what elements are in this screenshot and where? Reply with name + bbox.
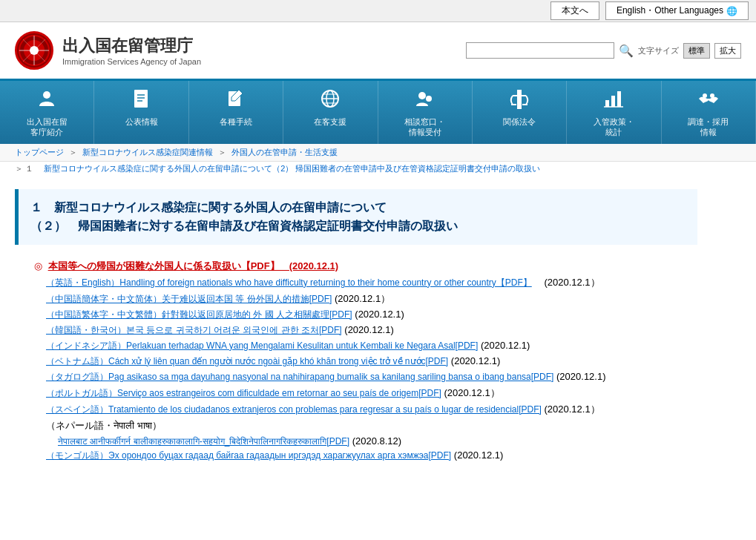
nav-label-toukei: 入管政策・統計 bbox=[594, 116, 634, 138]
link-item-es: （スペイン語）Tratamiento de los ciudadanos ext… bbox=[22, 403, 690, 416]
lang-label: English・Other Languages bbox=[617, 4, 723, 17]
edit-icon bbox=[226, 88, 246, 113]
svg-rect-20 bbox=[517, 90, 522, 109]
logo-area: 出入国在留管理庁 Immigration Services Agency of … bbox=[15, 31, 201, 70]
date-zh-t: (2020.12.1) bbox=[355, 309, 404, 320]
nav-label-tetsuzuki: 各種手続 bbox=[220, 116, 252, 127]
nav-wrapper: 出入国在留客庁紹介 公表情報 各種手続 bbox=[0, 81, 756, 144]
main-pdf-link[interactable]: 本国等への帰国が困難な外国人に係る取扱い【PDF】 (2020.12.1) bbox=[48, 260, 339, 271]
breadcrumb-sub: ＞ １ 新型コロナウイルス感染症に関する外国人の在留申請について（2） 帰国困難… bbox=[0, 162, 756, 177]
link-id[interactable]: （インドネシア語）Perlakuan terhadap WNA yang Men… bbox=[46, 340, 478, 351]
link-item-vi: （ベトナム語）Cách xử lý liên quan đến người nư… bbox=[22, 355, 690, 368]
link-zh-t[interactable]: （中国語繁体字・中文繁體）針對難以返回原居地的 外 國 人之相關處理[PDF] bbox=[46, 309, 352, 320]
nav-item-shien[interactable]: 在客支援 bbox=[283, 81, 378, 144]
svg-rect-8 bbox=[134, 90, 148, 108]
logo-emblem bbox=[15, 31, 53, 70]
bullet: ◎ bbox=[34, 260, 42, 271]
law-icon bbox=[509, 88, 530, 113]
page-title-line2: （２） 帰国困難者に対する在留申請及び在留資格認定証明書交付申請の取扱い bbox=[30, 220, 458, 232]
nav-label-soudan: 相談窓口・情報受付 bbox=[404, 116, 445, 138]
nav-label-kouhou: 公表情報 bbox=[125, 116, 158, 127]
breadcrumb-news[interactable]: 新型コロナウイルス感染症関連情報 bbox=[82, 148, 213, 157]
breadcrumb-sub-link[interactable]: 新型コロナウイルス感染症に関する外国人の在留申請について（2） 帰国困難者の在管… bbox=[44, 164, 540, 173]
main-link-item: ◎ 本国等への帰国が困難な外国人に係る取扱い【PDF】 (2020.12.1) bbox=[22, 260, 690, 273]
date-en: (2020.12.1） bbox=[534, 277, 599, 288]
stats-icon bbox=[603, 88, 624, 113]
link-item-ne-label: （ネパール語・नेपाली भाषा） bbox=[22, 419, 690, 432]
search-input[interactable] bbox=[466, 42, 614, 59]
date-es: (2020.12.1） bbox=[545, 404, 600, 415]
nav-label-intro: 出入国在留客庁紹介 bbox=[27, 116, 68, 138]
svg-point-18 bbox=[418, 92, 426, 99]
svg-rect-26 bbox=[617, 91, 621, 107]
sep1: ＞ bbox=[69, 148, 77, 157]
link-ko[interactable]: （韓国語・한국어）본국 등으로 귀국하기 어려운 외국인에 관한 조처[PDF] bbox=[46, 325, 342, 335]
link-es[interactable]: （スペイン語）Tratamiento de los ciudadanos ext… bbox=[46, 404, 542, 415]
date-pt: (2020.12.1） bbox=[444, 387, 500, 398]
date-vi: (2020.12.1) bbox=[451, 355, 501, 366]
link-tl[interactable]: （タガログ語）Pag asikaso sa mga dayuhang nasyo… bbox=[46, 372, 553, 382]
breadcrumb: トップページ ＞ 新型コロナウイルス感染症関連情報 ＞ 外国人の在管申請・生活支… bbox=[0, 144, 756, 162]
date-ko: (2020.12.1) bbox=[344, 324, 394, 335]
svg-point-19 bbox=[426, 96, 432, 102]
breadcrumb-top[interactable]: トップページ bbox=[15, 148, 64, 157]
nav-item-recruit[interactable]: 調達・採用情報 bbox=[662, 81, 756, 144]
link-en[interactable]: （英語・English）Handling of foreign national… bbox=[46, 277, 532, 288]
header-right: 🔍 文字サイズ 標準 拡大 bbox=[466, 42, 741, 59]
honbun-label: 本文へ bbox=[562, 4, 588, 17]
date-id: (2020.12.1) bbox=[481, 340, 530, 351]
nav-label-shien: 在客支援 bbox=[314, 116, 346, 127]
page-title-line1: １ 新型コロナウイルス感染症に関する外国人の在留申請について bbox=[30, 201, 387, 214]
lang-button[interactable]: English・Other Languages 🌐 bbox=[605, 1, 749, 20]
page-title: １ 新型コロナウイルス感染症に関する外国人の在留申請について （２） 帰国困難者… bbox=[30, 198, 686, 236]
link-ne[interactable]: नेपालबाट आनीफर्कीगर्न बालीकाहरुकाकालागि-… bbox=[58, 436, 349, 447]
date-mn: (2020.12.1) bbox=[454, 450, 504, 461]
globe-icon: 🌐 bbox=[726, 6, 737, 16]
nav-item-kouhou[interactable]: 公表情報 bbox=[94, 81, 188, 144]
ne-label: （ネパール語・नेपाली भाषा） bbox=[46, 420, 162, 431]
link-vi[interactable]: （ベトナム語）Cách xử lý liên quan đến người nư… bbox=[46, 356, 448, 366]
logo-ja: 出入国在留管理庁 bbox=[62, 35, 201, 57]
fontsize-label: 文字サイズ bbox=[638, 45, 679, 56]
nav-item-soudan[interactable]: 相談窓口・情報受付 bbox=[378, 81, 473, 144]
svg-rect-25 bbox=[611, 96, 615, 107]
logo-en: Immigration Services Agency of Japan bbox=[62, 57, 201, 66]
breadcrumb-foreigner[interactable]: 外国人の在管申請・生活支援 bbox=[231, 148, 338, 157]
content-section: ◎ 本国等への帰国が困難な外国人に係る取扱い【PDF】 (2020.12.1) … bbox=[15, 260, 697, 462]
fontsize-standard-button[interactable]: 標準 bbox=[683, 43, 710, 59]
nav-item-toukei[interactable]: 入管政策・統計 bbox=[567, 81, 661, 144]
svg-rect-24 bbox=[605, 100, 609, 107]
link-pt[interactable]: （ポルトガル語）Serviço aos estrangeiros com dif… bbox=[46, 388, 441, 398]
person-icon bbox=[36, 88, 57, 113]
nav-item-tetsuzuki[interactable]: 各種手続 bbox=[189, 81, 283, 144]
link-item-ko: （韓国語・한국어）본국 등으로 귀국하기 어려운 외국인에 관한 조처[PDF]… bbox=[22, 324, 690, 337]
date-tl: (2020.12.1) bbox=[556, 371, 606, 382]
search-area: 🔍 文字サイズ 標準 拡大 bbox=[466, 42, 741, 59]
svg-point-7 bbox=[43, 91, 50, 99]
nav: 出入国在留客庁紹介 公表情報 各種手続 bbox=[0, 81, 756, 144]
link-item-tl: （タガログ語）Pag asikaso sa mga dayuhang nasyo… bbox=[22, 371, 690, 383]
sep2: ＞ bbox=[218, 148, 226, 157]
globe-nav-icon bbox=[320, 88, 341, 113]
date-zh-s: (2020.12.1） bbox=[335, 293, 390, 304]
page-title-box: １ 新型コロナウイルス感染症に関する外国人の在留申請について （２） 帰国困難者… bbox=[15, 189, 697, 245]
search-button[interactable]: 🔍 bbox=[619, 44, 634, 58]
fontsize-large-button[interactable]: 拡大 bbox=[714, 43, 741, 59]
link-item-ne: नेपालबाट आनीफर्कीगर्न बालीकाहरुकाकालागि-… bbox=[22, 435, 690, 447]
link-item-id: （インドネシア語）Perlakuan terhadap WNA yang Men… bbox=[22, 340, 690, 352]
logo-text: 出入国在留管理庁 Immigration Services Agency of … bbox=[62, 35, 201, 66]
date-ne: (2020.8.12) bbox=[352, 435, 402, 447]
honbun-button[interactable]: 本文へ bbox=[550, 1, 599, 20]
nav-item-intro[interactable]: 出入国在留客庁紹介 bbox=[0, 81, 94, 144]
nav-label-hourei: 関係法令 bbox=[503, 116, 536, 127]
svg-point-28 bbox=[703, 93, 707, 98]
link-zh-s[interactable]: （中国語簡体字・中文简体）关于难以返回本国 等 份外国人的措施[PDF] bbox=[46, 294, 332, 304]
svg-point-29 bbox=[710, 93, 714, 98]
top-bar: 本文へ English・Other Languages 🌐 bbox=[0, 0, 756, 22]
link-mn[interactable]: （モンゴル語）Эх орондоо буцах гадаад байгаа га… bbox=[46, 450, 451, 461]
nav-item-hourei[interactable]: 関係法令 bbox=[473, 81, 567, 144]
breadcrumb-sub-num: ＞ bbox=[15, 164, 23, 173]
main-content: １ 新型コロナウイルス感染症に関する外国人の在留申請について （２） 帰国困難者… bbox=[0, 177, 712, 477]
link-item-zh-s: （中国語簡体字・中文简体）关于难以返回本国 等 份外国人的措施[PDF] (20… bbox=[22, 292, 690, 306]
link-item-en: （英語・English）Handling of foreign national… bbox=[22, 276, 690, 289]
